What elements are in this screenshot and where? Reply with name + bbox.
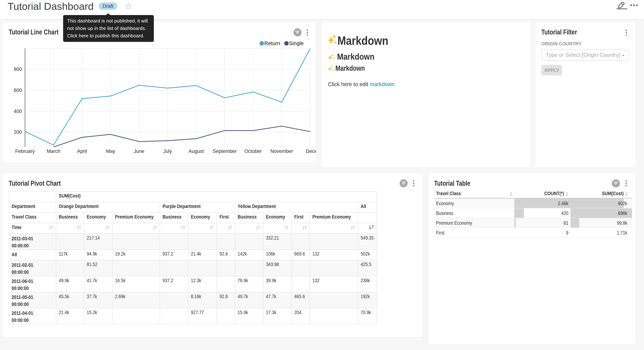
svg-text:600: 600 xyxy=(14,88,22,93)
svg-text:April: April xyxy=(77,148,87,154)
svg-text:October: October xyxy=(244,148,262,154)
svg-text:June: June xyxy=(134,148,144,154)
svg-text:Return: Return xyxy=(264,40,280,46)
svg-text:November: November xyxy=(270,148,293,154)
svg-text:September: September xyxy=(212,148,236,154)
svg-text:July: July xyxy=(163,148,172,154)
svg-text:August: August xyxy=(188,148,204,154)
svg-text:200: 200 xyxy=(14,130,22,135)
svg-text:Single: Single xyxy=(289,40,304,46)
svg-text:March: March xyxy=(46,148,60,154)
svg-text:800: 800 xyxy=(14,66,22,72)
svg-text:Dece: Dece xyxy=(306,148,316,154)
svg-text:400: 400 xyxy=(14,109,22,114)
svg-text:February: February xyxy=(15,148,35,154)
svg-text:May: May xyxy=(106,148,116,154)
